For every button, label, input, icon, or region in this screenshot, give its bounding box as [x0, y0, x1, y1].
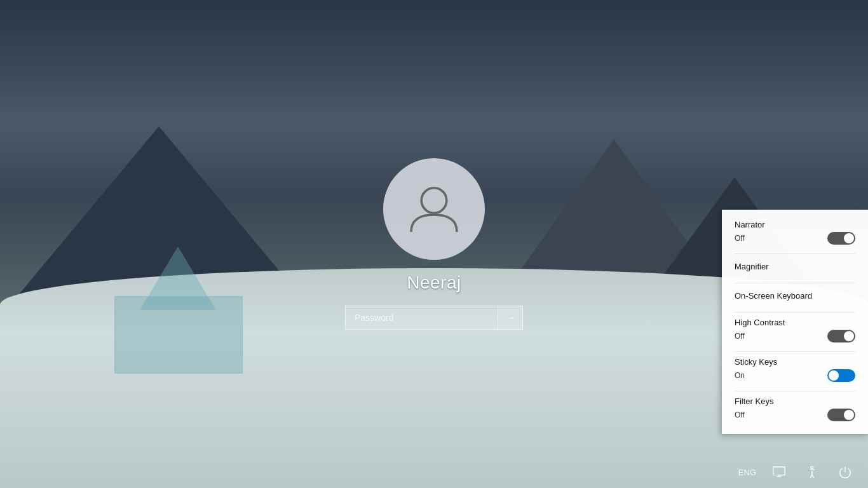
password-input[interactable]	[345, 306, 523, 330]
password-container: →	[345, 306, 523, 330]
divider-2	[735, 283, 855, 283]
accessibility-panel: Narrator Off Magnifier On-Screen Keyboar…	[722, 210, 868, 434]
display-icon[interactable]	[769, 462, 789, 482]
svg-point-0	[421, 188, 447, 214]
password-submit-button[interactable]: →	[498, 306, 523, 330]
power-icon[interactable]	[835, 462, 855, 482]
magnifier-label: Magnifier	[735, 259, 855, 274]
user-avatar-icon	[405, 180, 463, 238]
magnifier-item: Magnifier	[735, 259, 855, 274]
onscreen-keyboard-label: On-Screen Keyboard	[735, 288, 855, 303]
high-contrast-row: Off	[735, 330, 855, 342]
sticky-keys-status: On	[735, 371, 745, 380]
high-contrast-toggle[interactable]	[827, 330, 855, 342]
high-contrast-status: Off	[735, 332, 745, 341]
svg-rect-1	[773, 467, 785, 475]
onscreen-keyboard-item: On-Screen Keyboard	[735, 288, 855, 303]
filter-keys-item: Filter Keys Off	[735, 396, 855, 421]
filter-keys-toggle[interactable]	[827, 409, 855, 421]
divider-1	[735, 254, 855, 254]
divider-4	[735, 351, 855, 352]
narrator-label: Narrator	[735, 220, 855, 229]
sticky-keys-toggle[interactable]	[827, 369, 855, 382]
bottom-bar: ENG	[0, 456, 868, 488]
divider-3	[735, 312, 855, 313]
filter-keys-row: Off	[735, 409, 855, 421]
high-contrast-toggle-knob	[844, 331, 854, 341]
narrator-toggle[interactable]	[827, 232, 855, 245]
username-label: Neeraj	[407, 273, 461, 293]
narrator-item: Narrator Off	[735, 220, 855, 245]
high-contrast-item: High Contrast Off	[735, 318, 855, 342]
sticky-keys-label: Sticky Keys	[735, 357, 855, 367]
high-contrast-label: High Contrast	[735, 318, 855, 327]
glass-building	[89, 247, 267, 374]
avatar	[383, 158, 485, 260]
language-label[interactable]: ENG	[738, 468, 756, 477]
filter-keys-toggle-knob	[844, 410, 854, 420]
narrator-row: Off	[735, 232, 855, 245]
sticky-keys-toggle-knob	[829, 370, 839, 381]
narrator-toggle-knob	[844, 233, 854, 243]
svg-point-4	[811, 466, 813, 469]
login-panel: Neeraj →	[345, 158, 523, 330]
accessibility-icon[interactable]	[802, 462, 822, 482]
sticky-keys-item: Sticky Keys On	[735, 357, 855, 382]
filter-keys-label: Filter Keys	[735, 396, 855, 406]
narrator-status: Off	[735, 234, 745, 243]
sticky-keys-row: On	[735, 369, 855, 382]
divider-5	[735, 391, 855, 391]
filter-keys-status: Off	[735, 410, 745, 419]
